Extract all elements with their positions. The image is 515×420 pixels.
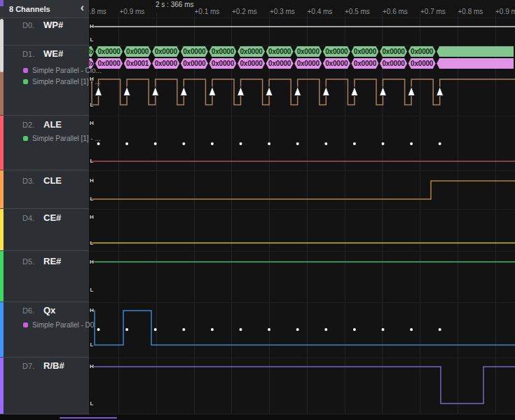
level-marker-D7-L: L: [90, 401, 94, 407]
decoder-sample-dot: [211, 328, 214, 331]
sidebar-scrollbar-thumb[interactable]: [0, 19, 4, 72]
annotation-cell-parallel-data-purple[interactable]: 0x0000: [209, 58, 236, 69]
rising-edge-arrow-icon: [238, 87, 245, 96]
channel-row-separator: [89, 46, 515, 46]
annotation-cell-parallel-data-green[interactable]: [437, 46, 514, 57]
analyzer-color-dot: [23, 136, 28, 141]
channel-row-D1[interactable]: D1.WE#Simple Parallel - Clo...Simple Par…: [0, 46, 89, 116]
analyzer-color-dot: [23, 79, 28, 84]
analyzer-label: Simple Parallel [1] - ...: [32, 135, 101, 142]
timeline-tick-label: +0.3 ms: [270, 8, 295, 15]
analyzer-color-dot: [23, 68, 28, 73]
channel-row-D0[interactable]: D0.WP#: [0, 18, 89, 46]
decoder-sample-dot: [353, 142, 356, 145]
signal-D1: [90, 79, 515, 105]
annotation-cell-parallel-data-green[interactable]: 0x0000: [323, 46, 350, 57]
vertical-gridline: [382, 13, 383, 414]
annotation-cell-parallel-data-green[interactable]: 0x0000: [238, 46, 265, 57]
collapse-sidebar-icon[interactable]: ‹: [81, 1, 84, 14]
annotation-cell-parallel-data-green[interactable]: 0x0000: [209, 46, 236, 57]
rising-edge-arrow-icon: [152, 87, 159, 96]
analyzer-item[interactable]: Simple Parallel [1] - ...: [23, 78, 88, 86]
channel-id-label: D5.: [22, 257, 34, 266]
annotation-cell-parallel-data-purple[interactable]: 0x0000: [152, 58, 179, 69]
channel-name-label: CLE: [43, 175, 62, 186]
channel-row-D5[interactable]: D5.RE#: [0, 251, 89, 302]
decoder-sample-dot: [125, 328, 128, 331]
channel-row-D7[interactable]: D7.R/B#: [0, 358, 89, 414]
annotation-cell-parallel-data-green[interactable]: 0x0000: [152, 46, 179, 57]
level-marker-D5-L: L: [90, 287, 94, 293]
decoder-sample-dot: [410, 328, 413, 331]
decoder-sample-dot: [97, 328, 100, 331]
annotation-cell-parallel-data-purple[interactable]: 0x0000: [266, 58, 294, 69]
channel-id-label: D1.: [22, 50, 34, 58]
channel-color-strip: [0, 116, 4, 170]
decoder-sample-dot: [353, 328, 356, 331]
level-marker-D2-L: L: [90, 158, 94, 164]
annotation-cell-parallel-data-green[interactable]: 0x0000: [181, 46, 208, 57]
rising-edge-arrow-icon: [209, 87, 216, 96]
decoder-sample-dot: [125, 142, 128, 145]
annotation-cell-parallel-data-purple[interactable]: 0x0000: [351, 58, 378, 69]
annotation-cell-parallel-data-green[interactable]: 0x0000: [124, 46, 151, 57]
timeline-tick-label: +0.9 ms: [495, 8, 515, 15]
channel-color-strip: [0, 358, 4, 414]
rising-edge-arrow-icon: [437, 87, 444, 96]
timeline-tick-label: +0.4 ms: [308, 8, 333, 15]
decoder-sample-dot: [296, 328, 299, 331]
corner-accent: [0, 0, 4, 6]
channel-row-D2[interactable]: D2.ALESimple Parallel [1] - ...: [0, 116, 89, 170]
rising-edge-arrow-icon: [351, 87, 358, 96]
annotation-cell-parallel-data-purple[interactable]: [437, 58, 514, 69]
channel-name-label: RE#: [43, 256, 61, 266]
annotation-cell-parallel-data-purple[interactable]: 0x0000: [294, 58, 322, 69]
channel-color-strip: [0, 251, 4, 302]
signal-D7: [90, 367, 515, 404]
rising-edge-arrow-icon: [95, 87, 102, 96]
annotation-cell-parallel-data-green[interactable]: 0x0000: [351, 46, 378, 57]
vertical-gridline: [307, 13, 308, 414]
annotation-cell-parallel-data-purple[interactable]: 0x0000: [323, 58, 350, 69]
decoder-sample-dot: [240, 142, 242, 145]
rising-edge-arrow-icon: [294, 87, 301, 96]
channel-row-D6[interactable]: D6.QxSimple Parallel - D0: [0, 302, 89, 358]
horizontal-scrollbar-thumb[interactable]: [60, 417, 117, 419]
channel-row-separator: [89, 170, 515, 171]
signal-D3: [90, 181, 515, 199]
annotation-cell-parallel-data-purple[interactable]: 0x0000: [181, 58, 208, 69]
analyzer-item[interactable]: Simple Parallel - D0: [23, 321, 88, 329]
annotation-cell-parallel-data-purple[interactable]: 0x0000: [380, 58, 407, 69]
decoder-sample-dot: [97, 142, 100, 145]
timeline-tick-label: +0.2 ms: [232, 8, 257, 15]
sidebar-header: 8 Channels ‹: [0, 0, 89, 18]
level-marker-D7-H: H: [90, 364, 94, 370]
channel-color-strip: [0, 170, 4, 208]
channel-name-label: WP#: [43, 20, 63, 30]
annotation-cell-parallel-data-green[interactable]: 0x0000: [294, 46, 322, 57]
decoder-sample-dot: [182, 142, 185, 145]
annotation-cell-parallel-data-green[interactable]: 0x0000: [95, 46, 123, 57]
channel-name-label: WE#: [43, 48, 63, 59]
analyzer-item[interactable]: Simple Parallel - Clo...: [23, 67, 88, 74]
decoder-sample-dot: [410, 142, 413, 145]
horizontal-scrollbar[interactable]: [0, 414, 515, 420]
analyzer-item[interactable]: Simple Parallel [1] - ...: [23, 135, 88, 142]
vertical-gridline: [269, 13, 270, 414]
level-marker-D6-H: H: [90, 308, 94, 313]
channel-row-D4[interactable]: D4.CE#: [0, 209, 89, 251]
channel-name-label: Qx: [43, 305, 55, 316]
channel-row-separator: [89, 18, 515, 18]
analyzer-label: Simple Parallel - D0: [32, 321, 94, 329]
annotation-cell-parallel-data-green[interactable]: 0x0000: [380, 46, 407, 57]
annotation-cell-parallel-data-green[interactable]: 0x0000: [408, 46, 436, 57]
annotation-cell-parallel-data-purple[interactable]: 0x0000: [408, 58, 436, 69]
annotation-cell-parallel-data-purple[interactable]: 0x0000: [238, 58, 265, 69]
level-marker-D3-L: L: [90, 196, 94, 202]
annotation-cell-parallel-data-green[interactable]: 0x0000: [266, 46, 294, 57]
timeline-tick-label: +0.6 ms: [383, 8, 408, 15]
channel-row-D3[interactable]: D3.CLE: [0, 170, 89, 209]
vertical-gridline: [420, 13, 420, 414]
channel-id-label: D4.: [22, 214, 34, 222]
annotation-cell-parallel-data-purple[interactable]: 0x0001: [124, 58, 151, 69]
